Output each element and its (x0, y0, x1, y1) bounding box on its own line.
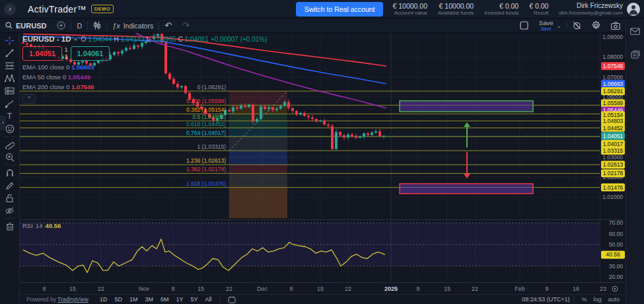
auto-scale-button[interactable]: auto (604, 296, 623, 303)
drawing-tools-sidebar: T (0, 33, 20, 304)
emoji-icon (5, 124, 15, 133)
pattern-tool-button[interactable] (2, 72, 18, 85)
avatar[interactable] (627, 3, 640, 16)
market-open-dot-icon (73, 37, 78, 42)
svg-text:15: 15 (69, 285, 76, 292)
ema-50-value: 1.05449 (68, 73, 90, 81)
pencil-icon (5, 181, 15, 190)
svg-text:1 (1.03315): 1 (1.03315) (197, 143, 227, 150)
range-1y[interactable]: 1Y (172, 295, 186, 303)
svg-text:15: 15 (444, 285, 450, 292)
chart-legend: EURUSD - 1D O1.04044 H1.04143 L1.03965 C… (22, 35, 268, 104)
svg-text:Feb: Feb (515, 285, 525, 292)
chart-area[interactable]: 0 (1.06291)0.236 (1.05589)0.382 (1.05154… (20, 33, 626, 294)
switch-to-real-button[interactable]: Switch to Real account (296, 2, 384, 17)
collapse-panel-chevron-icon[interactable]: › (4, 3, 16, 15)
range-6m[interactable]: 6M (157, 295, 172, 303)
svg-text:23: 23 (600, 285, 606, 292)
trend-line-tool-button[interactable] (2, 47, 18, 59)
range-5d[interactable]: 5D (111, 295, 125, 303)
svg-text:9: 9 (545, 285, 548, 292)
news-button[interactable] (627, 48, 643, 61)
undo-button[interactable]: ↶ (159, 19, 177, 32)
svg-text:1.01476: 1.01476 (603, 184, 624, 191)
svg-text:22: 22 (472, 285, 478, 292)
range-1m[interactable]: 1M (126, 295, 141, 303)
svg-text:15: 15 (317, 285, 324, 292)
svg-text:8: 8 (416, 285, 419, 292)
svg-text:8: 8 (171, 285, 174, 292)
alarm-off-icon (573, 21, 581, 30)
symbol-search[interactable]: EURUSD (0, 19, 52, 32)
range-1d[interactable]: 1D (96, 295, 111, 303)
zoom-in-tool-button[interactable] (2, 151, 18, 163)
hide-drawings-button[interactable] (2, 204, 18, 217)
watchlist-expand-chevron[interactable]: › (0, 116, 6, 130)
stay-in-drawing-mode-button[interactable] (2, 179, 18, 192)
indicators-button[interactable]: ƒx Indicators (107, 19, 159, 32)
session-clock[interactable]: 08:24:53 (UTC+1) (522, 296, 569, 303)
alert-button[interactable] (567, 21, 587, 30)
save-label: Save (539, 20, 554, 26)
range-5y[interactable]: 5Y (187, 295, 201, 303)
svg-text:22: 22 (345, 285, 351, 292)
calendar-icon (228, 296, 236, 303)
svg-text:1.618 (1.01476): 1.618 (1.01476) (186, 180, 226, 187)
candlestick-icon (93, 21, 101, 30)
save-status: Save (541, 26, 552, 31)
crosshair-tool-button[interactable] (2, 34, 18, 47)
news-icon (631, 50, 640, 59)
chevron-down-icon[interactable]: ⌄ (556, 22, 561, 29)
buy-ask-button[interactable]: 1.04061 (71, 46, 110, 61)
range-all[interactable]: All (202, 295, 215, 303)
screenshot-button[interactable] (606, 22, 626, 30)
crosshair-icon (5, 36, 15, 46)
svg-text:1.04803: 1.04803 (603, 118, 624, 124)
rsi-legend: RSI 14 40.56 (22, 222, 61, 229)
remove-drawings-button[interactable] (2, 220, 18, 233)
layout-icon (520, 21, 528, 30)
svg-text:1.03315: 1.03315 (603, 147, 624, 154)
legend-collapse-button[interactable]: ⌃ (22, 94, 36, 104)
fib-retracement-icon (5, 61, 15, 70)
eye-off-icon (5, 207, 15, 215)
log-scale-button[interactable]: log (590, 296, 604, 303)
brush-tool-button[interactable] (2, 97, 18, 110)
chart-type-button[interactable] (88, 19, 106, 32)
ema-200-row: EMA 200 close 0 1.07546 (22, 83, 268, 91)
go-to-date-button[interactable] (224, 293, 240, 304)
save-button[interactable]: Save Save ⌄ (534, 20, 567, 31)
layout-button[interactable] (515, 21, 534, 30)
magnet-tool-button[interactable] (2, 167, 18, 179)
svg-text:30.00: 30.00 (609, 263, 624, 270)
app-logo: ActivTrader™ (28, 4, 87, 15)
svg-text:22: 22 (98, 285, 104, 292)
svg-text:1.06291: 1.06291 (603, 88, 624, 95)
legend-symbol: EURUSD - 1D (22, 35, 71, 43)
svg-text:15: 15 (197, 285, 204, 292)
percent-scale-button[interactable]: % (578, 296, 590, 303)
tradingview-link[interactable]: TradingView (57, 296, 89, 303)
svg-text:60.00: 60.00 (609, 231, 624, 237)
long-position-icon (5, 87, 15, 95)
trash-icon (6, 222, 14, 231)
timeframe-button[interactable]: D (71, 19, 87, 32)
stat-result: € 0.00 Result (529, 2, 548, 16)
xabcd-pattern-icon (5, 74, 15, 83)
sell-bid-button[interactable]: 1.04051 (22, 46, 62, 61)
redo-button[interactable]: ↷ (177, 19, 195, 32)
magnet-icon (5, 169, 15, 178)
ema-100-row: EMA 100 close 0 1.06663 (22, 63, 268, 71)
right-rail (626, 19, 644, 304)
position-tool-button[interactable] (2, 85, 18, 97)
plus-circle-icon (57, 21, 65, 30)
range-3m[interactable]: 3M (141, 295, 157, 303)
measure-tool-button[interactable] (2, 138, 18, 151)
add-symbol-button[interactable] (52, 19, 71, 32)
settings-button[interactable] (587, 21, 606, 30)
ohlc-readout: O1.04044 H1.04143 L1.03965 C1.04051 +0.0… (81, 36, 267, 43)
mail-button[interactable] (627, 25, 643, 38)
svg-text:1.07000: 1.07000 (602, 74, 623, 81)
fib-retracement-tool-button[interactable] (2, 59, 18, 72)
lock-drawings-button[interactable] (2, 192, 18, 204)
